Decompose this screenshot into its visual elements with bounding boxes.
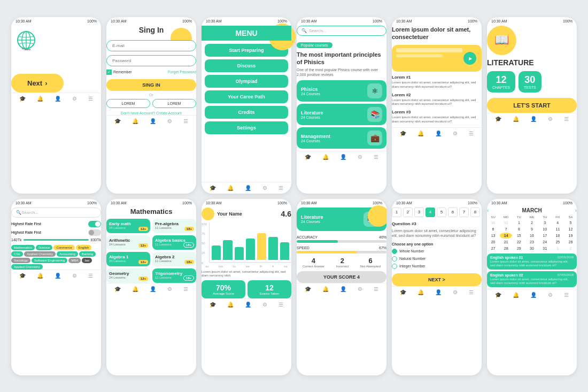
nav-home-icon[interactable]: 🎓 [19,96,26,102]
nav-bell-5[interactable]: 🔔 [417,130,424,136]
nav-menu-5[interactable]: ☰ [469,130,474,136]
cal-day-28[interactable]: 28 [500,245,512,251]
nav-home-2[interactable]: 🎓 [114,118,121,124]
math-card-4[interactable]: Algebra 1 24 Lessons 12+ [106,252,150,266]
cal-day-9[interactable]: 9 [525,226,538,232]
cal-day-7[interactable]: 7 [500,226,512,232]
cal-day-31[interactable]: 31 [539,245,551,251]
event-0[interactable]: English spoken 01 02/05/2018 Lorem ipsum… [487,253,577,270]
cal-day-29[interactable]: 29 [513,245,525,251]
menu-item-2[interactable]: Olympiad [205,75,288,88]
nav-menu-9[interactable]: ☰ [278,302,283,308]
start-button[interactable]: LET'S START [487,98,577,113]
nav-bell-2[interactable]: 🔔 [132,118,138,124]
cal-day-2[interactable]: 2 [525,220,538,226]
course-card-2[interactable]: Management 24 Courses 💼 [297,127,386,149]
course-card-1[interactable]: Literature 24 Courses 📚 [297,104,386,125]
nav-settings-11[interactable]: ⚙ [453,289,458,295]
nav-user-11[interactable]: 👤 [435,289,442,295]
nav-home-6[interactable]: 🎓 [495,116,501,122]
score-button[interactable]: YOUR SCORE 4 [297,271,386,283]
nav-bell-12[interactable]: 🔔 [513,292,519,298]
nav-menu-11[interactable]: ☰ [469,289,474,295]
tag-accounting[interactable]: Accounting [57,251,78,257]
math-card-7[interactable]: Trigonometry 11 Lessons 18+ [152,268,196,283]
nav-menu-icon[interactable]: ☰ [88,96,93,102]
cal-day-17[interactable]: 17 [539,233,551,239]
nav-settings-5[interactable]: ⚙ [453,130,458,136]
nav-user-icon[interactable]: 👤 [55,96,61,102]
nav-home-9[interactable]: 🎓 [210,302,216,308]
nav-bell-11[interactable]: 🔔 [417,289,424,295]
option-0[interactable]: Whole Number [392,249,482,254]
cal-day-6[interactable]: 6 [487,226,499,232]
math-card-6[interactable]: Geometry 24 Lessons 12+ [106,268,150,283]
nav-settings-9[interactable]: ⚙ [262,302,267,308]
nav-bell-4[interactable]: 🔔 [322,154,329,160]
nav-user-10[interactable]: 👤 [340,286,346,292]
nav-user-12[interactable]: 👤 [530,292,537,298]
cal-day-30[interactable]: 30 [525,245,538,251]
next-quiz-button[interactable]: NEXT > [392,273,482,286]
nav-home-8[interactable]: 🎓 [114,286,121,292]
nav-settings-7[interactable]: ⚙ [72,273,77,279]
nav-bell-7[interactable]: 🔔 [37,273,43,279]
cal-day-4[interactable]: 4 [552,220,564,226]
search-bar-4[interactable]: 🔍 Search... [297,26,386,36]
tag-cse[interactable]: CSE [11,251,23,257]
nav-settings-3[interactable]: ⚙ [262,185,267,191]
search-filter-input[interactable]: 🔍 Search... [11,207,101,218]
num-7[interactable]: 7 [459,207,469,217]
cal-day-23[interactable]: 23 [525,239,538,245]
menu-item-5[interactable]: Settings [205,121,288,134]
password-field[interactable] [106,55,196,66]
nav-menu-6[interactable]: ☰ [564,116,569,122]
nav-bell-8[interactable]: 🔔 [132,286,138,292]
social-btn-1[interactable]: LOREM [106,99,150,108]
cal-day-21[interactable]: 21 [500,239,512,245]
prev-month-btn[interactable]: ‹ [487,207,489,213]
cal-day-26[interactable]: 26 [564,239,577,245]
tag-mba[interactable]: MBA [68,258,81,263]
cal-day-3[interactable]: 3 [539,220,551,226]
math-card-5[interactable]: Algebra 2 11 Lessons 18+ [152,252,196,266]
play-button[interactable]: ▶ [463,52,476,65]
nav-settings-6[interactable]: ⚙ [548,116,553,122]
nav-user-2[interactable]: 👤 [150,118,156,124]
nav-settings-icon[interactable]: ⚙ [72,96,77,102]
nav-user-9[interactable]: 👤 [245,302,251,308]
nav-user-6[interactable]: 👤 [530,116,537,122]
event-1[interactable]: English spoken 02 07/05/2018 Lorem ipsum… [487,271,577,287]
cal-day-8[interactable]: 8 [513,226,525,232]
toggle-2[interactable] [88,229,101,236]
num-5[interactable]: 5 [437,207,446,217]
cal-day-13[interactable]: 13 [487,233,499,239]
menu-item-1[interactable]: Discuss [205,59,288,72]
tag-commerce[interactable]: Commerce [53,245,74,250]
nav-menu-10[interactable]: ☰ [374,286,378,292]
cal-day-14[interactable]: 14 [500,233,512,239]
tag-banking[interactable]: Banking [79,251,96,257]
tag-science[interactable]: Science [36,245,52,250]
nav-user-7[interactable]: 👤 [55,273,61,279]
radio-1[interactable] [392,256,397,262]
nav-menu-2[interactable]: ☰ [183,118,188,124]
cal-day-27[interactable]: 27 [487,245,499,251]
nav-settings-10[interactable]: ⚙ [358,286,362,292]
tag-law[interactable]: law [82,258,92,263]
cal-day-1[interactable]: 1 [513,220,525,226]
cal-day-19[interactable]: 19 [564,233,577,239]
cal-day-15[interactable]: 15 [513,233,525,239]
math-card-3[interactable]: Algebra basics 11 Lessons 18+ [152,235,196,250]
num-2[interactable]: 2 [403,207,413,217]
option-1[interactable]: Natural Number [392,256,482,262]
nav-bell-10[interactable]: 🔔 [322,286,329,292]
option-2[interactable]: Integer Number [392,264,482,269]
nav-home-10[interactable]: 🎓 [305,286,311,292]
nav-menu-4[interactable]: ☰ [374,154,378,160]
cal-day-20[interactable]: 20 [487,239,499,245]
nav-bell-icon[interactable]: 🔔 [37,96,43,102]
menu-item-4[interactable]: Credits [205,106,288,119]
nav-settings-2[interactable]: ⚙ [167,118,172,124]
tag-english[interactable]: English [76,245,92,250]
